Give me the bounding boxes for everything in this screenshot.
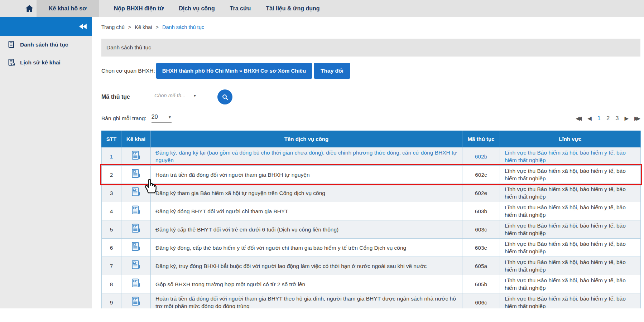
row-stt: 8 — [102, 275, 121, 293]
row-service-title[interactable]: Đăng ký tham gia Bảo hiểm xã hội tự nguy… — [151, 184, 462, 202]
last-page-button[interactable]: ▶▶ — [634, 115, 640, 122]
declare-document-icon[interactable] — [131, 223, 141, 236]
sidebar-item-danh-sach-thu-tuc[interactable]: Danh sách thủ tục — [0, 36, 92, 54]
row-procedure-code[interactable]: 606c — [462, 293, 500, 309]
header-stt: STT — [102, 131, 121, 147]
row-field: Lĩnh vực thu Bảo hiểm xã hội, bảo hiểm y… — [500, 166, 641, 184]
nav-tai-lieu-ung-dung[interactable]: Tài liệu & ứng dụng — [266, 5, 319, 12]
sidebar-item-label: Danh sách thủ tục — [20, 42, 68, 48]
table-row: 7 Đăng ký, truy đóng BHXH bắt buộc đối v… — [102, 257, 641, 275]
row-service-title[interactable]: Đăng ký, đăng ký lại (bao gồm cả đóng bù… — [151, 147, 462, 166]
agency-label: Chọn cơ quan BHXH: — [101, 68, 155, 74]
sidebar-header-band — [0, 17, 92, 36]
agency-value-chip[interactable]: BHXH thành phố Hồ Chí Minh » BHXH Cơ sở … — [156, 63, 312, 79]
row-field: Lĩnh vực thu Bảo hiểm xã hội, bảo hiểm y… — [500, 202, 641, 220]
row-field: Lĩnh vực thu Bảo hiểm xã hội, bảo hiểm y… — [500, 220, 641, 239]
pagination: ◀◀ ◀ 1 2 3 ▶ ▶▶ — [576, 115, 640, 122]
document-list-icon — [7, 40, 16, 49]
tab-ke-khai-ho-so[interactable]: Kê khai hồ sơ — [37, 0, 99, 17]
breadcrumb-danh-sach-thu-tuc: Danh sách thủ tục — [162, 24, 204, 30]
breadcrumb-separator: > — [156, 24, 159, 30]
row-procedure-code[interactable]: 603b — [462, 202, 500, 220]
per-page-select[interactable]: 20 ▼ — [152, 114, 172, 123]
declare-document-icon[interactable] — [131, 150, 141, 163]
page-number-3[interactable]: 3 — [615, 115, 619, 122]
table-row: 4 Đăng ký đóng BHYT đối với người chỉ th… — [102, 202, 641, 220]
row-stt: 3 — [102, 184, 121, 202]
row-service-title[interactable]: Hoàn trả tiền đã đóng đối với người tham… — [151, 166, 462, 184]
double-chevron-left-icon — [79, 23, 87, 30]
row-field: Lĩnh vực thu Bảo hiểm xã hội, bảo hiểm y… — [500, 257, 641, 275]
row-field: Lĩnh vực thu Bảo hiểm xã hội, bảo hiểm y… — [500, 147, 641, 166]
row-field: Lĩnh vực thu Bảo hiểm xã hội, bảo hiểm y… — [500, 293, 641, 309]
row-service-title[interactable]: Đăng ký đóng BHYT đối với người chỉ tham… — [151, 202, 462, 220]
row-kekhai-cell — [121, 275, 151, 293]
declare-document-icon[interactable] — [131, 169, 141, 181]
page-number-1[interactable]: 1 — [597, 115, 601, 122]
row-service-title[interactable]: Đăng ký, truy đóng BHXH bắt buộc đối với… — [151, 257, 462, 275]
row-kekhai-cell — [121, 166, 151, 184]
row-stt: 1 — [102, 147, 121, 166]
page-number-2[interactable]: 2 — [606, 115, 610, 122]
row-service-title[interactable]: Hoàn trả tiền đã đóng đối với người tham… — [151, 293, 462, 309]
next-page-button[interactable]: ▶ — [624, 115, 629, 122]
chevron-down-icon: ▼ — [168, 115, 172, 119]
table-header-row: STT Kê khai Tên dịch vụ công Mã thủ tục … — [102, 131, 641, 147]
header-linh-vuc: Lĩnh vực — [500, 131, 641, 147]
bhxh-portal-page: Kê khai hồ sơ Nộp BHXH điện tử Dịch vụ c… — [0, 0, 644, 322]
nav-tra-cuu[interactable]: Tra cứu — [230, 5, 251, 12]
row-field: Lĩnh vực thu Bảo hiểm xã hội, bảo hiểm y… — [500, 184, 641, 202]
page-title: Danh sách thủ tục — [101, 39, 640, 57]
home-button[interactable] — [22, 0, 37, 17]
row-service-title[interactable]: Đăng ký cấp thẻ BHYT đối với trẻ em dưới… — [151, 220, 462, 239]
row-procedure-code[interactable]: 602b — [462, 147, 500, 166]
row-kekhai-cell — [121, 147, 151, 166]
agency-filter-row: Chọn cơ quan BHXH: BHXH thành phố Hồ Chí… — [101, 63, 640, 79]
per-page-control: Bản ghi mỗi trang: 20 ▼ — [101, 114, 172, 123]
row-procedure-code[interactable]: 605a — [462, 257, 500, 275]
declare-document-icon[interactable] — [131, 296, 141, 309]
change-agency-button[interactable]: Thay đổi — [314, 63, 350, 79]
nav-dich-vu-cong[interactable]: Dịch vụ công — [179, 5, 215, 12]
main-content: Trang chủ>Kê khai>Danh sách thủ tục Danh… — [92, 17, 644, 308]
document-history-icon — [7, 58, 16, 67]
row-procedure-code[interactable]: 602c — [462, 166, 500, 184]
row-procedure-code[interactable]: 603e — [462, 239, 500, 257]
header-ke-khai: Kê khai — [121, 131, 151, 147]
top-navigation: Kê khai hồ sơ Nộp BHXH điện tử Dịch vụ c… — [0, 0, 644, 17]
row-kekhai-cell — [121, 293, 151, 309]
row-procedure-code[interactable]: 605b — [462, 275, 500, 293]
declare-document-icon[interactable] — [131, 241, 141, 254]
row-procedure-code[interactable]: 603c — [462, 220, 500, 239]
row-procedure-code[interactable]: 602e — [462, 184, 500, 202]
first-page-button[interactable]: ◀◀ — [576, 115, 582, 122]
previous-page-button[interactable]: ◀ — [587, 115, 592, 122]
sidebar: Danh sách thủ tục Lịch sử kê khai — [0, 17, 92, 308]
table-row: 5 Đăng ký cấp thẻ BHYT đối với trẻ em dư… — [102, 220, 641, 239]
search-button[interactable] — [217, 89, 232, 104]
declare-document-icon[interactable] — [131, 205, 141, 218]
procedures-table: STT Kê khai Tên dịch vụ công Mã thủ tục … — [101, 131, 641, 308]
table-row: 6 Đăng ký đóng, cấp thẻ bảo hiểm y tế đố… — [102, 239, 641, 257]
table-row: 8 Gộp sổ BHXH trong trường hợp một người… — [102, 275, 641, 293]
declare-document-icon[interactable] — [131, 260, 141, 272]
breadcrumb: Trang chủ>Kê khai>Danh sách thủ tục — [101, 24, 640, 30]
declare-document-icon[interactable] — [131, 278, 141, 291]
per-page-and-pagination-row: Bản ghi mỗi trang: 20 ▼ ◀◀ ◀ 1 2 3 ▶ ▶▶ — [101, 114, 640, 123]
declare-document-icon[interactable] — [131, 187, 141, 199]
table-row: 1 Đăng ký, đăng ký lại (bao gồm cả đóng … — [102, 147, 641, 166]
nav-nop-bhxh-dien-tu[interactable]: Nộp BHXH điện tử — [114, 5, 164, 12]
breadcrumb-trang-chu[interactable]: Trang chủ — [101, 24, 125, 30]
table-body: 1 Đăng ký, đăng ký lại (bao gồm cả đóng … — [102, 147, 641, 309]
table-row: 3 Đăng ký tham gia Bảo hiểm xã hội tự ng… — [102, 184, 641, 202]
header-ma-thu-tuc: Mã thủ tục — [462, 131, 500, 147]
breadcrumb-ke-khai[interactable]: Kê khai — [135, 24, 152, 30]
sidebar-item-label: Lịch sử kê khai — [20, 59, 61, 66]
procedure-code-select[interactable]: Chọn mã th... ▼ — [154, 93, 197, 101]
row-service-title[interactable]: Đăng ký đóng, cấp thẻ bảo hiểm y tế đối … — [151, 239, 462, 257]
per-page-label: Bản ghi mỗi trang: — [101, 115, 146, 122]
row-service-title[interactable]: Gộp sổ BHXH trong trường hợp một người c… — [151, 275, 462, 293]
row-stt: 5 — [102, 220, 121, 239]
sidebar-item-lich-su-ke-khai[interactable]: Lịch sử kê khai — [0, 54, 92, 72]
sidebar-collapse-button[interactable] — [78, 22, 88, 31]
